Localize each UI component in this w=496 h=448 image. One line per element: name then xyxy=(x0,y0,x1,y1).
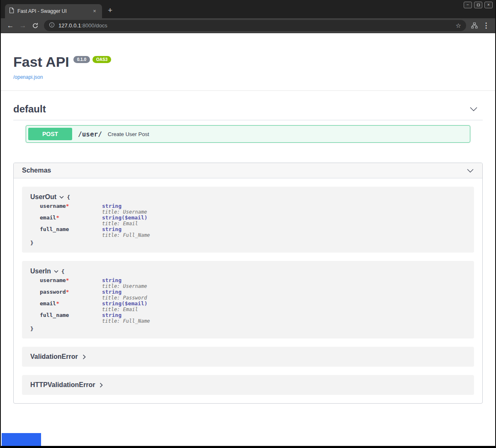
open-brace: { xyxy=(61,268,65,275)
forward-icon[interactable]: → xyxy=(17,19,29,32)
property-title: title: Password xyxy=(102,295,150,301)
schemas-header[interactable]: Schemas xyxy=(14,163,482,178)
property-row: email* string($email)title: Email xyxy=(40,215,150,226)
property-title: title: Username xyxy=(102,283,150,289)
url-text: 127.0.0.1:8000/docs xyxy=(58,22,107,29)
tag-title: default xyxy=(13,103,46,115)
property-type: string($email) xyxy=(102,301,150,307)
version-badge: 0.1.0 xyxy=(73,56,90,63)
property-row: password* stringtitle: Password xyxy=(40,289,150,301)
tab-title: Fast API - Swagger UI xyxy=(17,8,88,14)
property-type: string xyxy=(102,312,150,318)
method-badge: POST xyxy=(28,128,72,140)
model-title: ValidationError xyxy=(30,353,78,360)
browser-window: Fast API - Swagger UI × + − × ← → 127.0.… xyxy=(0,0,496,448)
model-userin: UserIn { username* stringtitle: Username… xyxy=(22,261,474,338)
property-title: title: Email xyxy=(102,221,150,226)
browser-menu-icon[interactable]: ⋮ xyxy=(480,20,492,32)
tag-section-default: default POST /user/ Create User Post xyxy=(13,99,483,143)
url-path: :8000/docs xyxy=(81,22,107,29)
chevron-right-icon xyxy=(100,382,103,388)
opblock-summary[interactable]: POST /user/ Create User Post xyxy=(26,126,470,142)
model-userout-toggle[interactable]: UserOut { xyxy=(30,193,466,201)
bookmark-star-icon[interactable]: ☆ xyxy=(456,22,461,29)
property-name: password xyxy=(40,289,66,295)
chevron-right-icon xyxy=(83,354,86,360)
model-httpvalidationerror-toggle[interactable]: HTTPValidationError xyxy=(22,375,474,395)
property-row: full_name stringtitle: Full_Name xyxy=(40,312,150,324)
status-bubble xyxy=(2,433,41,446)
tab-strip: Fast API - Swagger UI × + − × xyxy=(1,0,495,18)
property-name: full_name xyxy=(40,312,69,318)
property-name: full_name xyxy=(40,226,69,232)
chevron-down-icon xyxy=(469,107,478,112)
property-title: title: Username xyxy=(102,209,150,215)
operation-summary: Create User Post xyxy=(108,131,149,137)
required-star: * xyxy=(66,277,69,283)
window-controls: − × xyxy=(464,2,493,8)
property-row: full_name stringtitle: Full_Name xyxy=(40,226,150,238)
page-icon xyxy=(9,7,14,15)
property-title: title: Full_Name xyxy=(102,232,150,238)
property-name: email xyxy=(40,214,56,221)
open-brace: { xyxy=(67,194,70,200)
model-title: UserOut xyxy=(30,193,56,201)
openapi-spec-link[interactable]: /openapi.json xyxy=(13,74,43,80)
property-title: title: Email xyxy=(102,307,150,312)
model-title: HTTPValidationError xyxy=(30,381,95,389)
oas3-badge: OAS3 xyxy=(92,56,111,63)
model-userin-toggle[interactable]: UserIn { xyxy=(30,268,466,275)
model-properties: username* stringtitle: Username email* s… xyxy=(40,203,150,238)
chevron-down-icon xyxy=(59,196,64,199)
site-info-icon[interactable] xyxy=(49,22,55,29)
close-brace: } xyxy=(30,326,466,332)
schemas-title: Schemas xyxy=(22,167,51,174)
browser-tab[interactable]: Fast API - Swagger UI × xyxy=(5,4,102,18)
reload-icon[interactable] xyxy=(29,19,41,32)
property-type: string xyxy=(102,203,150,209)
property-title: title: Full_Name xyxy=(102,318,150,324)
api-badges: 0.1.0 OAS3 xyxy=(73,56,111,63)
model-properties: username* stringtitle: Username password… xyxy=(40,278,150,324)
swagger-page: Fast API 0.1.0 OAS3 /openapi.json defaul… xyxy=(1,33,495,446)
window-bottom-edge xyxy=(1,446,495,448)
schemas-section: Schemas UserOut { username* stringtitle:… xyxy=(13,163,483,404)
property-name: email xyxy=(40,300,56,307)
operation-path: /user/ xyxy=(76,130,104,138)
property-row: username* stringtitle: Username xyxy=(40,278,150,289)
opblock-post-user: POST /user/ Create User Post xyxy=(26,125,470,143)
new-tab-button[interactable]: + xyxy=(108,6,112,15)
property-name: username xyxy=(40,203,66,209)
api-info-section: Fast API 0.1.0 OAS3 /openapi.json xyxy=(1,33,495,90)
back-icon[interactable]: ← xyxy=(4,19,17,32)
address-bar[interactable]: 127.0.0.1:8000/docs ☆ xyxy=(44,20,466,31)
property-row: username* stringtitle: Username xyxy=(40,203,150,215)
property-type: string($email) xyxy=(102,215,150,221)
property-type: string xyxy=(102,289,150,295)
model-title: UserIn xyxy=(30,268,51,275)
close-brace: } xyxy=(30,240,466,246)
model-userout: UserOut { username* stringtitle: Usernam… xyxy=(22,187,474,253)
maximize-icon xyxy=(477,4,480,6)
close-button[interactable]: × xyxy=(484,2,493,8)
chevron-down-icon xyxy=(467,168,474,173)
tag-header-default[interactable]: default xyxy=(13,99,483,120)
maximize-button[interactable] xyxy=(474,2,482,8)
chevron-down-icon xyxy=(54,270,58,273)
tab-close-icon[interactable]: × xyxy=(91,8,98,15)
property-type: string xyxy=(102,278,150,283)
browser-toolbar: ← → 127.0.0.1:8000/docs ☆ ⋮ xyxy=(1,18,495,33)
required-star: * xyxy=(66,289,69,295)
minimize-button[interactable]: − xyxy=(464,2,472,8)
sitemap-icon[interactable] xyxy=(469,20,480,32)
property-row: email* string($email)title: Email xyxy=(40,301,150,312)
url-host: 127.0.0.1 xyxy=(58,22,81,29)
property-name: username xyxy=(40,277,66,283)
required-star: * xyxy=(56,300,59,307)
page-title: Fast API xyxy=(13,54,69,70)
model-validationerror-toggle[interactable]: ValidationError xyxy=(22,347,474,367)
property-type: string xyxy=(102,226,150,232)
info-divider xyxy=(1,90,495,91)
required-star: * xyxy=(56,214,59,221)
required-star: * xyxy=(66,203,69,209)
